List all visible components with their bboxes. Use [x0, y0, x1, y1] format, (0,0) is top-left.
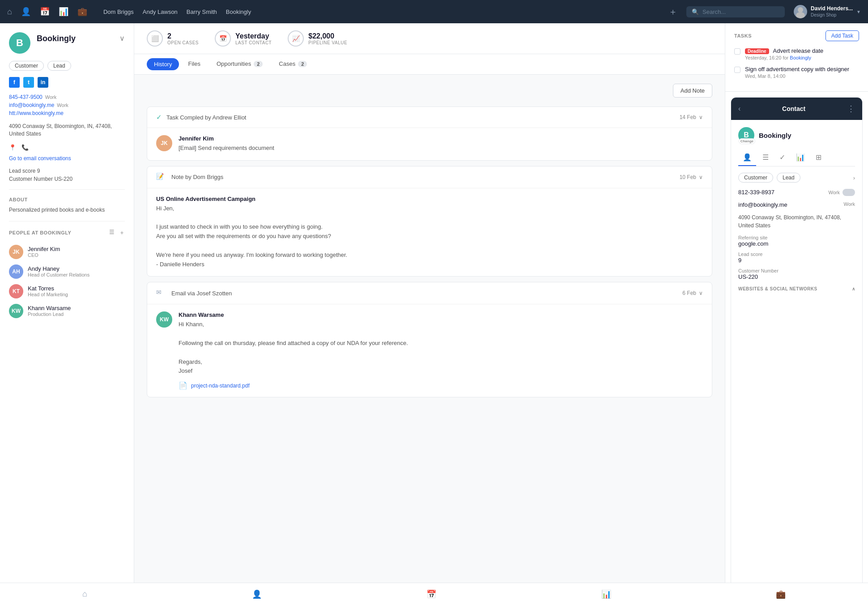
user-menu[interactable]: David Henders... Design Shop ▼	[794, 5, 861, 18]
tag-customer[interactable]: Customer	[9, 61, 44, 71]
email-link[interactable]: info@bookingly.me	[9, 102, 54, 108]
company-tags: Customer Lead	[0, 61, 134, 77]
cp-phone-toggle[interactable]	[842, 189, 855, 196]
contacts-icon[interactable]: 👤	[21, 7, 31, 17]
app-layout: B Bookingly ∨ Customer Lead f t in 845-4…	[0, 23, 868, 605]
person-role: Head of Marketing	[28, 292, 68, 297]
cp-tag-customer[interactable]: Customer	[738, 173, 773, 183]
history-item-header[interactable]: ✉ Email via Josef Szotten 6 Feb ∨	[147, 282, 712, 304]
chart-nav-icon[interactable]: 📊	[601, 589, 611, 599]
map-icons: 📍 📞	[0, 144, 134, 155]
history-content: Add Note ✓ Task Compled by Andrew Elliot…	[134, 75, 725, 605]
stat-open-cases: ⬜ 2 OPEN CASES	[147, 30, 199, 47]
cp-tags-row: Customer Lead ›	[738, 173, 855, 183]
twitter-icon[interactable]: t	[23, 77, 34, 88]
person-name: Khann Warsame	[28, 305, 71, 311]
more-icon[interactable]: ⋮	[847, 104, 855, 114]
pipeline-value: $22,000	[308, 32, 347, 40]
cp-company-name: Bookingly	[759, 132, 791, 139]
url-link[interactable]: htt://www.bookingly.me	[9, 110, 64, 116]
customer-number: Customer Number US-220	[0, 176, 134, 189]
cp-tag-lead[interactable]: Lead	[777, 173, 800, 183]
open-cases-label: OPEN CASES	[167, 40, 199, 45]
cp-expand-icon[interactable]: ›	[853, 175, 855, 181]
add-task-button[interactable]: Add Task	[825, 30, 859, 41]
tab-files[interactable]: Files	[181, 54, 207, 74]
tasks-title: TASKS	[734, 33, 752, 38]
list-icon[interactable]: ☰	[109, 229, 115, 237]
tab-cases[interactable]: Cases 2	[272, 54, 314, 74]
contact-panel-header: ‹ Contact ⋮	[731, 98, 862, 120]
collapse-chevron-icon[interactable]: ∨	[119, 34, 125, 43]
about-title: ABOUT	[0, 197, 134, 206]
task-info: Deadline Advert release date Yesterday, …	[745, 47, 859, 60]
chart-icon[interactable]: 📊	[59, 7, 68, 17]
contact-bookingly[interactable]: Bookingly	[223, 7, 254, 17]
cp-tab-person[interactable]: 👤	[738, 149, 756, 166]
history-item-header[interactable]: 📝 Note by Dom Briggs 10 Feb ∨	[147, 166, 712, 188]
tasks-section: TASKS Add Task Deadline Advert release d…	[725, 23, 868, 92]
email-conversations-link[interactable]: Go to email conversations	[0, 155, 134, 168]
cp-tabs: 👤 ☰ ✓ 📊 ⊞	[738, 149, 855, 166]
tab-opportunities[interactable]: Opportunities 2	[209, 54, 270, 74]
cp-phone-value[interactable]: 812-339-8937	[738, 189, 774, 196]
briefcase-nav-icon[interactable]: 💼	[776, 589, 786, 599]
task-meta-link[interactable]: Bookingly	[790, 55, 811, 60]
add-button[interactable]: ＋	[668, 6, 677, 18]
phone-link[interactable]: 845-437-9500	[9, 94, 43, 100]
cp-tab-check[interactable]: ✓	[775, 149, 790, 166]
cp-tab-grid[interactable]: ⊞	[811, 149, 826, 166]
calendar-nav-icon[interactable]: 📅	[426, 589, 436, 599]
contact-dom[interactable]: Dom Briggs	[101, 7, 136, 17]
last-contact-label: LAST CONTACT	[235, 40, 272, 45]
task-checkbox[interactable]	[734, 48, 740, 55]
task-meta: Yesterday, 16:20 for Bookingly	[745, 55, 859, 60]
contact-andy[interactable]: Andy Lawson	[140, 7, 180, 17]
person-info: Andy Haney Head of Customer Relations	[28, 265, 89, 277]
tag-lead[interactable]: Lead	[47, 61, 71, 71]
task-item-advert: Deadline Advert release date Yesterday, …	[734, 47, 859, 60]
prev-icon[interactable]: ‹	[738, 105, 740, 113]
home-nav-icon[interactable]: ⌂	[82, 589, 87, 599]
history-item-header[interactable]: ✓ Task Compled by Andrew Elliot 14 Feb ∨	[147, 107, 712, 128]
message-content: Khann Warsame Hi Khann, Following the ca…	[179, 311, 703, 390]
calendar-icon[interactable]: 📅	[40, 7, 50, 17]
home-icon[interactable]: ⌂	[7, 7, 12, 17]
add-note-button[interactable]: Add Note	[673, 84, 712, 98]
cp-websites-label[interactable]: WEBSITES & SOCIAL NETWORKS ∧	[738, 286, 855, 291]
add-person-icon[interactable]: ＋	[119, 229, 125, 237]
briefcase-icon[interactable]: 💼	[77, 7, 87, 17]
person-name: Andy Haney	[28, 265, 89, 272]
tab-history[interactable]: History	[147, 58, 179, 70]
change-label[interactable]: Change	[739, 138, 755, 144]
history-item-note: 📝 Note by Dom Briggs 10 Feb ∨ US Online …	[147, 166, 712, 277]
facebook-icon[interactable]: f	[9, 77, 20, 88]
cp-email-field: info@bookingly.me Work	[738, 201, 855, 208]
recent-contacts: Dom Briggs Andy Lawson Barry Smith Booki…	[101, 7, 254, 17]
about-text: Personalized printed books and e-books	[0, 206, 134, 221]
svg-point-0	[798, 7, 803, 13]
contact-barry[interactable]: Barry Smith	[184, 7, 220, 17]
search-input[interactable]	[702, 9, 774, 15]
cp-field-right: Work	[829, 189, 855, 196]
person-kat-torres[interactable]: KT Kat Torres Head of Marketing	[0, 281, 134, 301]
lead-score: Lead score 9	[0, 168, 134, 176]
person-khann-warsame[interactable]: KW Khann Warsame Production Lead	[0, 301, 134, 321]
person-andy-haney[interactable]: AH Andy Haney Head of Customer Relations	[0, 262, 134, 281]
cp-tab-list[interactable]: ☰	[758, 149, 773, 166]
attachment-link[interactable]: project-nda-standard.pdf	[191, 383, 250, 389]
left-sidebar: B Bookingly ∨ Customer Lead f t in 845-4…	[0, 23, 134, 605]
cp-email-value[interactable]: info@bookingly.me	[738, 201, 787, 208]
person-name: Kat Torres	[28, 285, 68, 292]
history-body: JK Jennifer Kim [Email] Send requirement…	[147, 128, 712, 160]
task-checkbox[interactable]	[734, 67, 740, 73]
pipeline-icon: 📈	[288, 30, 304, 47]
address: 4090 Conaway St, Bloomington, IN, 47408,…	[0, 123, 134, 144]
cp-tab-chart[interactable]: 📊	[791, 149, 809, 166]
person-nav-icon[interactable]: 👤	[252, 589, 262, 599]
message-text: [Email] Send requirements document	[179, 144, 703, 153]
cp-tag-group: Customer Lead	[738, 173, 800, 183]
history-item-task: ✓ Task Compled by Andrew Elliot 14 Feb ∨…	[147, 107, 712, 161]
person-jennifer-kim[interactable]: JK Jennifer Kim CEO	[0, 242, 134, 262]
linkedin-icon[interactable]: in	[38, 77, 48, 88]
